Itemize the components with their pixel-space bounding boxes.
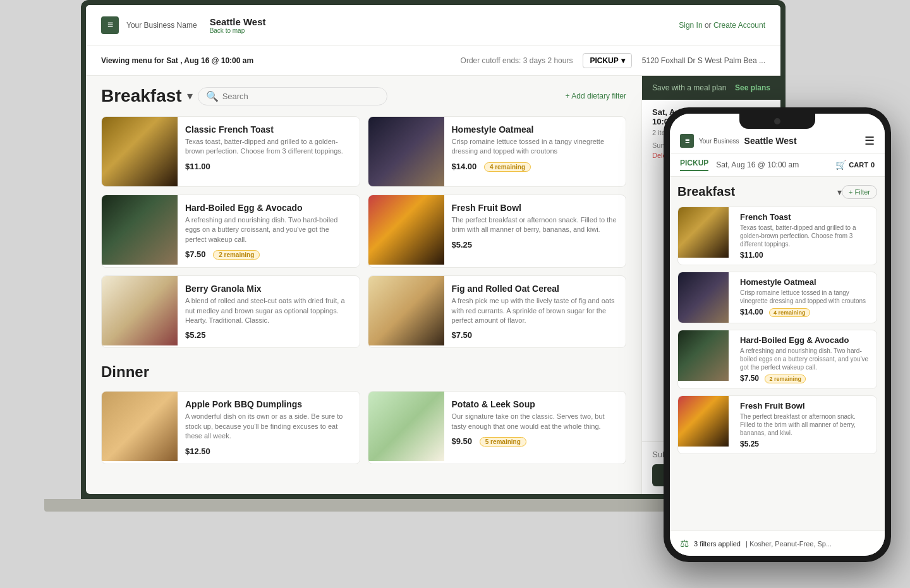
menu-area: Breakfast ▾ 🔍 + Add dietary filter: [86, 76, 641, 494]
remaining-badge: 2 remaining: [213, 250, 260, 260]
meal-plan-text: Save with a meal plan: [652, 83, 726, 92]
mobile-card-fruit-bowl[interactable]: Fresh Fruit Bowl The perfect breakfast o…: [677, 395, 877, 454]
biz-info: Your Business Name: [126, 21, 197, 30]
viewing-text: Viewing menu for Sat , Aug 16 @ 10:00 am: [101, 56, 253, 65]
filter-icon: ⚖: [680, 537, 689, 549]
mobile-card-french-toast[interactable]: French Toast Texas toast, batter-dipped …: [677, 207, 877, 265]
card-price: $9.50 5 remaining: [452, 436, 619, 447]
card-desc: Our signature take on the classic. Serve…: [452, 412, 619, 431]
mobile-item-title: Hard-Boiled Egg & Avocado: [740, 335, 871, 345]
mobile-card-egg-avocado[interactable]: Hard-Boiled Egg & Avocado A refreshing a…: [677, 330, 877, 389]
mobile-menu-icon[interactable]: ☰: [864, 134, 875, 148]
menu-card-leek-soup[interactable]: Potato & Leek Soup Our signature take on…: [368, 391, 627, 464]
cutoff-text: Order cutoff ends: 3 days 2 hours: [461, 56, 573, 65]
mobile-location-name: Seattle West: [744, 136, 859, 146]
filters-count: 3 filters applied: [694, 540, 741, 548]
menu-card-dumplings[interactable]: Apple Pork BBQ Dumplings A wonderful dis…: [101, 391, 360, 464]
menu-card-french-toast[interactable]: Classic French Toast Texas toast, batter…: [101, 116, 360, 187]
card-title: Apple Pork BBQ Dumplings: [185, 399, 352, 409]
mobile-pickup-tab[interactable]: PICKUP: [680, 159, 708, 171]
mobile-fruit-bowl-image: [678, 396, 729, 447]
mobile-nav: PICKUP Sat, Aug 16 @ 10:00 am 🛒 CART 0: [670, 153, 885, 177]
card-desc: Crisp romaine lettuce tossed in a tangy …: [452, 137, 619, 157]
mobile-cart[interactable]: 🛒 CART 0: [835, 160, 875, 170]
mobile-french-toast-image: [678, 207, 729, 258]
card-title: Classic French Toast: [185, 124, 352, 135]
card-desc: A blend of rolled and steel-cut oats wit…: [185, 296, 352, 325]
breakfast-chevron-icon[interactable]: ▾: [187, 89, 193, 103]
desktop-header: ☰ Your Business Name Seattle West Back t…: [86, 5, 780, 45]
mobile-breakfast-title: Breakfast: [677, 184, 837, 199]
breakfast-grid: Classic French Toast Texas toast, batter…: [101, 116, 626, 348]
card-title: Hard-Boiled Egg & Avocado: [185, 203, 352, 213]
menu-card-fig-oat[interactable]: Fig and Rolled Oat Cereal A fresh pick m…: [368, 275, 627, 348]
location-name: Seattle West: [210, 16, 266, 27]
card-price: $12.50: [185, 447, 352, 456]
mobile-filters-bar: ⚖ 3 filters applied | Kosher, Peanut-Fre…: [670, 531, 885, 556]
fig-oat-image: [368, 276, 444, 345]
pickup-selector[interactable]: PICKUP ▾: [583, 53, 631, 68]
menu-card-egg-avocado[interactable]: Hard-Boiled Egg & Avocado A refreshing a…: [101, 195, 360, 268]
meal-plan-banner: Save with a meal plan See plans: [642, 76, 780, 100]
card-price: $5.25: [452, 240, 619, 249]
back-to-map-link[interactable]: Back to map: [210, 27, 266, 34]
mobile-section-header: Breakfast ▾ + Filter: [677, 184, 877, 199]
card-desc: A fresh pick me up with the lively taste…: [452, 296, 619, 325]
menu-card-granola[interactable]: Berry Granola Mix A blend of rolled and …: [101, 275, 360, 348]
leek-soup-image: [368, 392, 444, 461]
card-desc: A wonderful dish on its own or as a side…: [185, 412, 352, 441]
address-text: 5120 Foxhall Dr S West Palm Bea ...: [642, 56, 765, 65]
mobile-device: ☰ Your Business Seattle West ☰ PICKUP Sa…: [664, 107, 891, 562]
card-title: Fig and Rolled Oat Cereal: [452, 284, 619, 294]
mobile-biz-name: Your Business: [699, 138, 739, 145]
sign-in-link[interactable]: Sign In: [679, 21, 702, 30]
remaining-badge: 4 remaining: [484, 162, 531, 172]
mobile-camera: [774, 118, 780, 124]
search-input[interactable]: [222, 92, 329, 101]
biz-name: Your Business Name: [126, 21, 197, 30]
card-price: $5.25: [185, 330, 352, 340]
card-price: $7.50: [452, 330, 619, 340]
or-text: or: [705, 21, 713, 30]
create-account-link[interactable]: Create Account: [713, 21, 765, 30]
mobile-item-desc: Crisp romaine lettuce tossed in a tangy …: [740, 289, 871, 305]
card-title: Homestyle Oatmeal: [452, 124, 619, 135]
card-title: Berry Granola Mix: [185, 284, 352, 294]
mobile-date: Sat, Aug 16 @ 10:00 am: [716, 160, 799, 169]
menu-card-oatmeal[interactable]: Homestyle Oatmeal Crisp romaine lettuce …: [368, 116, 627, 187]
mobile-oatmeal-image: [678, 272, 729, 323]
mobile-card-oatmeal[interactable]: Homestyle Oatmeal Crisp romaine lettuce …: [677, 272, 877, 323]
see-plans-button[interactable]: See plans: [735, 83, 770, 92]
card-title: Fresh Fruit Bowl: [452, 203, 619, 213]
card-desc: A refreshing and nourishing dish. Two ha…: [185, 215, 352, 244]
dinner-section: Dinner Apple Pork BBQ Dumplings A wonder…: [101, 363, 626, 464]
dinner-grid: Apple Pork BBQ Dumplings A wonderful dis…: [101, 391, 626, 464]
scene: ☰ Your Business Name Seattle West Back t…: [0, 0, 910, 588]
french-toast-image: [102, 117, 178, 186]
breakfast-title: Breakfast: [101, 86, 182, 106]
card-title: Potato & Leek Soup: [452, 399, 619, 409]
card-price: $14.00 4 remaining: [452, 162, 619, 172]
mobile-remaining-badge: 4 remaining: [769, 308, 810, 317]
granola-image: [102, 276, 178, 345]
mobile-filter-button[interactable]: + Filter: [842, 185, 877, 199]
mobile-biz-logo: ☰: [680, 134, 694, 148]
mobile-notch: [739, 114, 815, 129]
location-block: Seattle West Back to map: [210, 16, 266, 34]
mobile-item-price: $7.50 2 remaining: [740, 374, 871, 383]
header-auth: Sign In or Create Account: [679, 21, 765, 30]
mobile-content: Breakfast ▾ + Filter French Toast Texas …: [670, 177, 885, 531]
search-box[interactable]: 🔍: [198, 87, 387, 105]
mobile-item-desc: Texas toast, batter-dipped and grilled t…: [740, 224, 871, 248]
mobile-item-desc: A refreshing and nourishing dish. Two ha…: [740, 347, 871, 371]
mobile-item-title: French Toast: [740, 212, 871, 222]
mobile-item-desc: The perfect breakfast or afternoon snack…: [740, 412, 871, 437]
card-desc: The perfect breakfast or afternoon snack…: [452, 215, 619, 235]
egg-avocado-image: [102, 195, 178, 265]
menu-card-fruit-bowl[interactable]: Fresh Fruit Bowl The perfect breakfast o…: [368, 195, 627, 268]
cart-icon: 🛒: [835, 160, 846, 170]
mobile-item-title: Fresh Fruit Bowl: [740, 401, 871, 411]
mobile-chevron-icon[interactable]: ▾: [837, 187, 842, 197]
card-price: $7.50 2 remaining: [185, 249, 352, 260]
dietary-filter-link[interactable]: + Add dietary filter: [566, 92, 626, 100]
